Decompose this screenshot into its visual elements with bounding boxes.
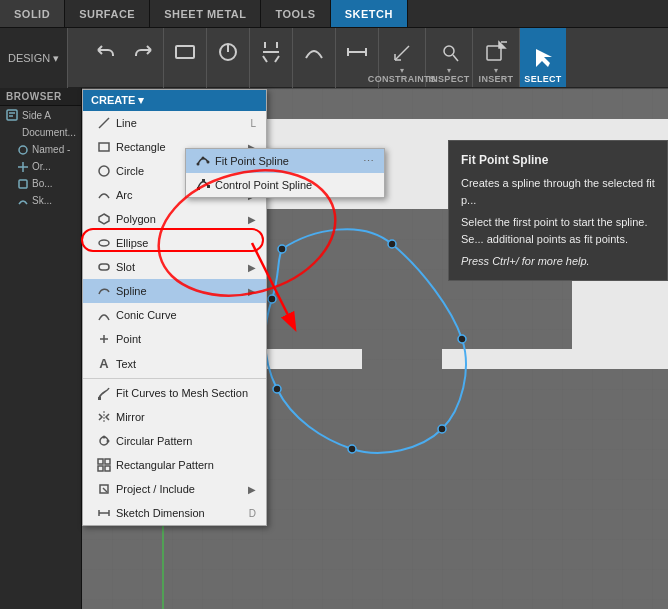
line-shortcut: L	[250, 118, 256, 129]
menu-item-sketch-dimension[interactable]: Sketch Dimension D	[83, 501, 266, 525]
svg-point-33	[99, 240, 109, 246]
submenu-fit-point-spline[interactable]: Fit Point Spline ⋯	[186, 149, 384, 173]
svg-point-25	[438, 425, 446, 433]
menu-item-mirror[interactable]: Mirror	[83, 405, 266, 429]
browser-side-a[interactable]: Side A	[0, 106, 81, 124]
shape-section	[164, 28, 207, 88]
svg-point-22	[278, 245, 286, 253]
menu-mirror-label: Mirror	[116, 411, 145, 423]
menu-item-project-include[interactable]: Project / Include ▶	[83, 477, 266, 501]
menu-arc-label: Arc	[116, 189, 133, 201]
top-tabs: SOLID SURFACE SHEET METAL TOOLS SKETCH	[0, 0, 668, 28]
tab-tools[interactable]: TOOLS	[261, 0, 330, 27]
tooltip-box: Fit Point Spline Creates a spline throug…	[448, 140, 668, 281]
constraints-group[interactable]: CONSTRAINTS ▾	[379, 28, 426, 87]
svg-point-51	[207, 161, 210, 164]
svg-rect-45	[105, 466, 110, 471]
menu-conic-label: Conic Curve	[116, 309, 177, 321]
menu-item-slot[interactable]: Slot ▶	[83, 255, 266, 279]
menu-sketch-dim-label: Sketch Dimension	[116, 507, 205, 519]
trim-button[interactable]	[254, 31, 288, 85]
submenu-control-point-spline[interactable]: Control Point Spline	[186, 173, 384, 197]
svg-rect-44	[98, 466, 103, 471]
line-icon	[97, 116, 111, 130]
svg-rect-54	[207, 185, 210, 188]
menu-item-line[interactable]: Line L	[83, 111, 266, 135]
tab-sketch[interactable]: SKETCH	[331, 0, 408, 27]
menu-project-label: Project / Include	[116, 483, 195, 495]
arc-button[interactable]	[297, 31, 331, 85]
svg-point-40	[103, 436, 106, 439]
main-toolbar: CONSTRAINTS ▾ INSPECT ▾ INSERT ▾	[82, 28, 668, 88]
trim-section	[250, 28, 293, 88]
menu-item-rectangular-pattern[interactable]: Rectangular Pattern	[83, 453, 266, 477]
menu-rect-pattern-label: Rectangular Pattern	[116, 459, 214, 471]
named-label: Named -	[32, 144, 70, 155]
inspect-label: INSPECT	[428, 74, 469, 84]
rectangle-icon	[97, 140, 111, 154]
browser-origin[interactable]: Or...	[0, 158, 81, 175]
design-dropdown[interactable]: DESIGN ▾	[0, 28, 68, 88]
menu-slot-label: Slot	[116, 261, 135, 273]
insert-group[interactable]: INSERT ▾	[473, 28, 520, 87]
project-chevron: ▶	[248, 484, 256, 495]
rectangle-button[interactable]	[168, 31, 202, 85]
svg-rect-52	[197, 187, 200, 190]
svg-rect-21	[19, 180, 27, 188]
fit-spline-dots[interactable]: ⋯	[363, 155, 374, 168]
menu-item-spline[interactable]: Spline ▶	[83, 279, 266, 303]
menu-item-polygon[interactable]: Polygon ▶	[83, 207, 266, 231]
svg-rect-42	[98, 459, 103, 464]
bodies-label: Bo...	[32, 178, 53, 189]
document-icon	[6, 109, 18, 121]
menu-item-text[interactable]: A Text	[83, 351, 266, 376]
inspect-group[interactable]: INSPECT ▾	[426, 28, 473, 87]
arc-icon	[97, 188, 111, 202]
design-label: DESIGN ▾	[8, 52, 59, 65]
browser-bodies[interactable]: Bo...	[0, 175, 81, 192]
redo-button[interactable]	[125, 31, 159, 85]
tooltip-title: Fit Point Spline	[461, 151, 655, 169]
project-icon	[97, 482, 111, 496]
undo-button[interactable]	[90, 31, 124, 85]
circle-button[interactable]	[211, 31, 245, 85]
svg-point-26	[348, 445, 356, 453]
svg-marker-32	[99, 214, 109, 224]
menu-item-point[interactable]: Point	[83, 327, 266, 351]
browser-named[interactable]: Named -	[0, 141, 81, 158]
menu-text-label: Text	[116, 358, 136, 370]
sketch-dim-shortcut: D	[249, 508, 256, 519]
tab-sheet-metal[interactable]: SHEET METAL	[150, 0, 261, 27]
toolbar-row: DESIGN ▾	[0, 28, 668, 88]
menu-item-ellipse[interactable]: Ellipse	[83, 231, 266, 255]
svg-rect-43	[105, 459, 110, 464]
svg-line-6	[395, 46, 409, 60]
circle-icon	[97, 164, 111, 178]
svg-rect-13	[7, 110, 17, 120]
menu-item-fit-curves[interactable]: Fit Curves to Mesh Section	[83, 381, 266, 405]
menu-fit-curves-label: Fit Curves to Mesh Section	[116, 387, 248, 399]
select-group[interactable]: SELECT	[520, 28, 566, 87]
svg-point-9	[444, 46, 454, 56]
sketches-label: Sk...	[32, 195, 52, 206]
svg-rect-37	[98, 397, 101, 400]
sketches-icon	[18, 196, 28, 206]
svg-point-41	[107, 440, 110, 443]
browser-doc-settings[interactable]: Document...	[0, 124, 81, 141]
svg-point-49	[197, 163, 200, 166]
tab-surface[interactable]: SURFACE	[65, 0, 150, 27]
browser-sketches[interactable]: Sk...	[0, 192, 81, 209]
svg-rect-0	[176, 46, 194, 58]
slot-icon	[97, 260, 111, 274]
control-spline-icon	[196, 178, 210, 192]
create-menu-header[interactable]: CREATE ▾	[83, 90, 266, 111]
menu-item-circular-pattern[interactable]: Circular Pattern	[83, 429, 266, 453]
polygon-chevron: ▶	[248, 214, 256, 225]
select-label: SELECT	[524, 74, 561, 84]
browser-header: BROWSER	[0, 88, 81, 106]
menu-item-conic[interactable]: Conic Curve	[83, 303, 266, 327]
tab-solid[interactable]: SOLID	[0, 0, 65, 27]
menu-separator-1	[83, 378, 266, 379]
circle-section	[207, 28, 250, 88]
conic-icon	[97, 308, 111, 322]
